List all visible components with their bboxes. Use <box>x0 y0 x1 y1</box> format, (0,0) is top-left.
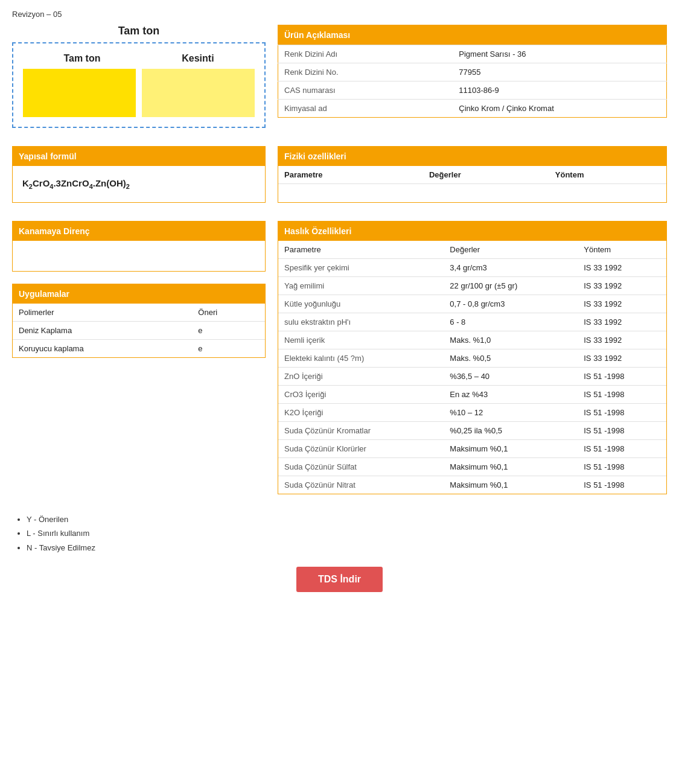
uygulamalar-header: Uygulamalar <box>13 284 265 304</box>
revision-label: Revizyon – 05 <box>12 10 667 19</box>
uygulamalar-section: Uygulamalar Polimerler Öneri Deniz Kapla… <box>12 284 266 358</box>
haslik-table: Parametre Değerler Yöntem Spesifik yer ç… <box>278 241 666 494</box>
color-box-wrapper: Tam ton Kesinti <box>12 42 266 128</box>
fiziki-table: Parametre Değerler Yöntem <box>278 166 666 184</box>
haslik-header: Haslık Özellikleri <box>278 221 666 241</box>
fiziki-col-param: Parametre <box>278 166 423 184</box>
fiziki-section: Fiziki ozellikleri Parametre Değerler Yö… <box>278 146 667 203</box>
swatch-cut <box>142 69 255 117</box>
color-swatches <box>23 69 255 117</box>
table-row: Yağ emilimi 22 gr/100 gr (±5 gr) IS 33 1… <box>278 277 666 295</box>
table-row: Koruyucu kaplama e <box>13 340 265 358</box>
fiziki-col-value: Değerler <box>423 166 549 184</box>
color-box-section: Tam ton Tam ton Kesinti <box>12 25 266 128</box>
footnote-l: L - Sınırlı kullanım <box>27 526 667 540</box>
swatch-full <box>23 69 136 117</box>
table-row: Spesifik yer çekimi 3,4 gr/cm3 IS 33 199… <box>278 259 666 277</box>
kanamaya-header: Kanamaya Direnç <box>13 221 265 241</box>
label-cut: Kesinti <box>182 53 214 64</box>
footnote-y: Y - Önerilen <box>27 512 667 526</box>
uygulamalar-table: Polimerler Öneri Deniz Kaplama e Koruyuc… <box>13 304 265 357</box>
haslik-col-param: Parametre <box>278 241 444 259</box>
haslik-col-value: Değerler <box>444 241 578 259</box>
table-row: Nemli içerik Maks. %1,0 IS 33 1992 <box>278 331 666 349</box>
table-row: Suda Çözünür Nitrat Maksimum %0,1 IS 51 … <box>278 476 666 494</box>
product-info-header: Ürün Açıklaması <box>278 25 667 45</box>
table-row: Deniz Kaplama e <box>13 322 265 340</box>
table-row: Polimerler Öneri <box>13 304 265 322</box>
table-row: Suda Çözünür Sülfat Maksimum %0,1 IS 51 … <box>278 458 666 476</box>
fiziki-col-method: Yöntem <box>549 166 666 184</box>
color-labels: Tam ton Kesinti <box>23 53 255 64</box>
kanamaya-content <box>13 241 265 271</box>
footnotes: Y - Önerilen L - Sınırlı kullanım N - Ta… <box>12 512 667 555</box>
kanamaya-section: Kanamaya Direnç <box>12 221 266 272</box>
haslik-section: Haslık Özellikleri Parametre Değerler Yö… <box>278 221 667 494</box>
table-row: Renk Dizini Adı Pigment Sarısı - 36 <box>278 45 667 63</box>
formula-header: Yapısal formül <box>13 147 265 166</box>
table-row: Elekteki kalıntı (45 ?m) Maks. %0,5 IS 3… <box>278 349 666 368</box>
table-row: Renk Dizini No. 77955 <box>278 63 667 81</box>
table-row: Kimyasal ad Çinko Krom / Çinko Kromat <box>278 100 667 118</box>
formula-content: K2CrO4.3ZnCrO4.Zn(OH)2 <box>13 166 265 202</box>
table-row: CrO3 İçeriği En az %43 IS 51 -1998 <box>278 386 666 404</box>
table-row: Suda Çözünür Klorürler Maksimum %0,1 IS … <box>278 440 666 458</box>
tds-download-button[interactable]: TDS İndir <box>296 567 383 592</box>
table-row: Suda Çözünür Kromatlar %0,25 ila %0,5 IS… <box>278 422 666 440</box>
fiziki-header: Fiziki ozellikleri <box>278 147 666 166</box>
footnote-n: N - Tavsiye Edilmez <box>27 541 667 555</box>
table-row: Kütle yoğunluğu 0,7 - 0,8 gr/cm3 IS 33 1… <box>278 295 666 313</box>
table-row: K2O İçeriği %10 – 12 IS 51 -1998 <box>278 404 666 422</box>
product-info-table: Ürün Açıklaması Renk Dizini Adı Pigment … <box>278 25 667 118</box>
table-row: sulu ekstraktın pH'ı 6 - 8 IS 33 1992 <box>278 313 666 331</box>
tds-button-container: TDS İndir <box>12 567 667 592</box>
table-row: ZnO İçeriği %36,5 – 40 IS 51 -1998 <box>278 368 666 386</box>
color-section-title: Tam ton <box>12 25 266 37</box>
formula-section: Yapısal formül K2CrO4.3ZnCrO4.Zn(OH)2 <box>12 146 266 203</box>
left-bottom-section: Kanamaya Direnç Uygulamalar Polimerler Ö… <box>12 221 266 494</box>
haslik-col-method: Yöntem <box>578 241 666 259</box>
label-full: Tam ton <box>63 53 100 64</box>
table-row: CAS numarası 11103-86-9 <box>278 81 667 100</box>
product-info-section: Ürün Açıklaması Renk Dizini Adı Pigment … <box>278 25 667 128</box>
